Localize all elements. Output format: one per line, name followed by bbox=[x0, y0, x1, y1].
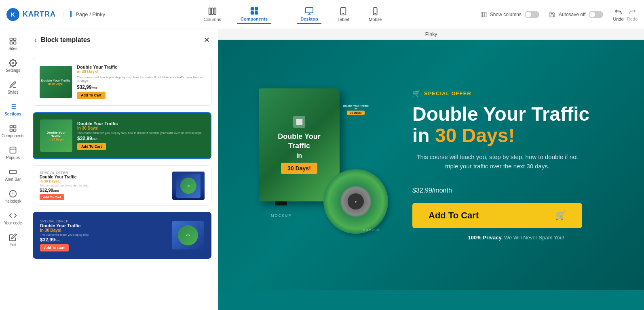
cd-inner-text: Double Your Traffic in 30 Days! bbox=[325, 105, 386, 115]
redo-label: Redo bbox=[627, 17, 638, 21]
card1-content: Double Your Traffic in 30 Days! This cou… bbox=[77, 65, 205, 99]
card1-cta[interactable]: Add To Cart bbox=[77, 92, 106, 99]
autosave-group: Autosave off bbox=[549, 11, 604, 18]
templates-list: Double Your Traffic in 30 Days! Double Y… bbox=[26, 51, 218, 310]
sidebar-item-settings[interactable]: Settings bbox=[1, 56, 25, 76]
template-card-1[interactable]: Double Your Traffic in 30 Days! Double Y… bbox=[33, 58, 211, 106]
sidebar-item-popups[interactable]: Popups bbox=[1, 143, 25, 163]
template-card-2[interactable]: Double Your Traffic in 30 Days! Double Y… bbox=[33, 112, 211, 159]
special-offer-tag: 🛒 SPECIAL OFFER bbox=[412, 90, 620, 97]
card1-subtitle: in 30 Days! bbox=[77, 69, 205, 74]
card3-content: SPECIAL OFFER Double Your Traffic in 30 … bbox=[40, 171, 168, 200]
mobile-tool[interactable]: Mobile bbox=[365, 5, 385, 23]
tablet-tool[interactable]: Tablet bbox=[334, 5, 353, 23]
topbar-tools: Columns Components Desktop Tablet Mobil bbox=[105, 5, 480, 24]
templates-title: Block templates bbox=[41, 36, 91, 44]
template-card-3[interactable]: SPECIAL OFFER Double Your Traffic in 30 … bbox=[33, 165, 211, 205]
undo-label: Undo bbox=[613, 17, 623, 21]
desktop-label: Desktop bbox=[300, 17, 318, 21]
card4-content: SPECIAL OFFER Double Your Traffic in 30 … bbox=[40, 219, 167, 251]
card2-image: Double Your Traffic in 30 Days! bbox=[40, 119, 72, 152]
card3-subtitle: in 30 Days! bbox=[40, 179, 168, 183]
svg-rect-16 bbox=[485, 12, 486, 17]
show-columns-toggle[interactable] bbox=[525, 11, 539, 18]
svg-rect-14 bbox=[481, 12, 482, 17]
template-card-4[interactable]: SPECIAL OFFER Double Your Traffic in 30 … bbox=[33, 212, 211, 259]
special-offer-cart-icon: 🛒 bbox=[412, 90, 421, 97]
sidebar-popups-label: Popups bbox=[6, 155, 20, 160]
columns-icon bbox=[480, 11, 487, 18]
book-mockup: ⬜ Double Your Traffic in 30 Days! MOCKUP bbox=[251, 88, 388, 242]
sidebar-yourcode-label: Your code bbox=[4, 221, 22, 225]
svg-point-11 bbox=[343, 13, 344, 14]
desktop-tool[interactable]: Desktop bbox=[297, 5, 321, 24]
card2-subtitle: in 30 Days! bbox=[77, 126, 204, 130]
tablet-label: Tablet bbox=[338, 17, 349, 22]
undo-redo-group: Undo Redo bbox=[613, 8, 638, 21]
kartra-logo-icon[interactable]: K bbox=[6, 8, 19, 21]
sidebar-item-your-code[interactable]: Your code bbox=[1, 208, 25, 228]
card2-desc: This course will teach you, step by step… bbox=[77, 132, 204, 134]
hero-title-line1: Double Your Traffic bbox=[412, 103, 589, 125]
card2-content: Double Your Traffic in 30 Days! This cou… bbox=[77, 121, 204, 150]
svg-rect-6 bbox=[255, 8, 257, 10]
sidebar-settings-label: Settings bbox=[6, 68, 20, 73]
redo-button[interactable]: Redo bbox=[627, 8, 638, 21]
show-columns-group: Show columns bbox=[480, 11, 539, 18]
hero-price: $32,99/month bbox=[412, 177, 620, 197]
card1-title: Double Your Traffic bbox=[77, 65, 205, 69]
svg-rect-7 bbox=[251, 12, 253, 14]
logo-area: K KARTRA | Page / Pinky bbox=[6, 8, 105, 21]
svg-rect-8 bbox=[255, 12, 257, 14]
columns-tool[interactable]: Columns bbox=[201, 5, 224, 23]
undo-button[interactable]: Undo bbox=[613, 8, 623, 21]
card3-tag: SPECIAL OFFER bbox=[40, 171, 168, 175]
sidebar-item-edit[interactable]: Edit bbox=[1, 230, 25, 250]
sidebar-alertbar-label: Alert Bar bbox=[5, 177, 21, 182]
svg-rect-5 bbox=[251, 8, 253, 10]
sidebar-item-sections[interactable]: Sections bbox=[1, 99, 25, 119]
sidebar-styles-label: Styles bbox=[7, 90, 18, 94]
card3-price: $32,99/mo bbox=[40, 188, 168, 193]
kartra-logo-text: KARTRA bbox=[23, 10, 56, 19]
back-button[interactable]: ‹ bbox=[34, 36, 37, 44]
svg-rect-28 bbox=[10, 126, 13, 128]
svg-rect-2 bbox=[209, 8, 211, 15]
card4-image: CD bbox=[172, 221, 204, 249]
card3-cta[interactable]: Add To Cart bbox=[40, 194, 64, 200]
sidebar-item-components[interactable]: Components bbox=[1, 121, 25, 141]
card2-cta[interactable]: Add To Cart bbox=[77, 143, 106, 150]
svg-rect-19 bbox=[10, 42, 13, 44]
sidebar-item-helpdesk[interactable]: Helpdesk bbox=[1, 186, 25, 207]
card3-title: Double Your Traffic bbox=[40, 175, 168, 179]
svg-rect-17 bbox=[10, 38, 13, 41]
sidebar-components-label: Components bbox=[2, 134, 25, 138]
card2-title: Double Your Traffic bbox=[77, 121, 204, 126]
price-value: $32,99 bbox=[412, 187, 432, 194]
card2-price: $32,99/mo bbox=[77, 136, 204, 141]
sidebar-item-sites[interactable]: Sites bbox=[1, 34, 25, 54]
card4-price: $32,99/mo bbox=[40, 237, 167, 243]
autosave-label: Autosave off bbox=[559, 12, 586, 17]
templates-panel: ‹ Block templates ✕ Double Your Traffic … bbox=[26, 29, 218, 310]
card3-image: CD bbox=[172, 172, 205, 200]
cover-line2-prefix: in bbox=[296, 152, 302, 159]
main-layout: Sites Settings Styles Sections Component… bbox=[0, 29, 644, 310]
cover-line1: Double Your Traffic bbox=[278, 132, 320, 150]
show-columns-label: Show columns bbox=[490, 12, 522, 17]
svg-point-21 bbox=[12, 62, 14, 64]
sidebar-item-alert-bar[interactable]: Alert Bar bbox=[1, 165, 25, 185]
close-button[interactable]: ✕ bbox=[204, 36, 210, 44]
sidebar-helpdesk-label: Helpdesk bbox=[4, 199, 21, 203]
autosave-toggle[interactable] bbox=[589, 11, 603, 18]
svg-rect-9 bbox=[306, 8, 313, 13]
columns-label: Columns bbox=[204, 17, 221, 22]
components-tool[interactable]: Components bbox=[237, 5, 271, 24]
card4-cta[interactable]: Add To Cart bbox=[40, 244, 69, 251]
book-cover-text: Double Your Traffic bbox=[267, 132, 332, 151]
hero-title: Double Your Traffic in 30 Days! bbox=[412, 104, 620, 147]
add-to-cart-button[interactable]: Add To Cart 🛒 bbox=[412, 203, 582, 228]
svg-rect-4 bbox=[214, 8, 216, 15]
sidebar-item-styles[interactable]: Styles bbox=[1, 78, 25, 98]
sidebar-edit-label: Edit bbox=[9, 243, 16, 247]
